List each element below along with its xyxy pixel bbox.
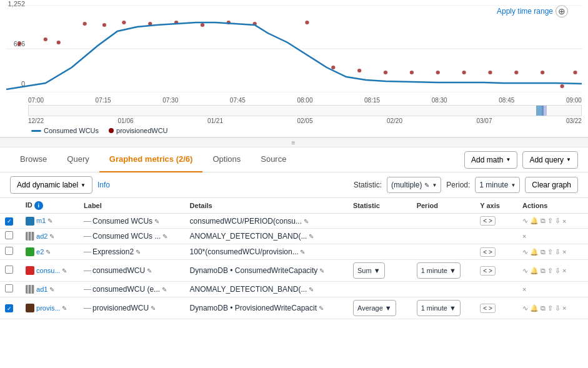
edit-label-icon[interactable]: ✎: [160, 286, 167, 293]
statistic-select[interactable]: (multiple) ✎ ▼: [387, 177, 441, 193]
arrow-down-icon[interactable]: ⇩: [555, 267, 561, 275]
row-id-cell: provis... ✎: [21, 297, 79, 319]
row-checkbox-cell[interactable]: [0, 244, 21, 260]
svg-point-18: [410, 71, 414, 74]
row-yaxis-button[interactable]: < >: [480, 247, 495, 257]
add-dynamic-label-button[interactable]: Add dynamic label ▼: [10, 176, 92, 194]
edit-id-icon[interactable]: ✎: [47, 233, 54, 240]
row-checkbox-cell[interactable]: [0, 297, 21, 319]
row-details: ANOMALY_DETECTION_BAND(...: [190, 232, 307, 241]
edit-details-icon[interactable]: ✎: [307, 233, 314, 240]
delete-icon[interactable]: ×: [522, 232, 526, 240]
row-statistic-select[interactable]: Sum ▼: [353, 262, 385, 279]
info-link[interactable]: Info: [97, 181, 110, 189]
copy-icon[interactable]: ⧉: [541, 304, 546, 312]
arrow-down-icon[interactable]: ⇩: [555, 217, 561, 225]
tab-source[interactable]: Source: [251, 147, 296, 172]
copy-icon[interactable]: ⧉: [541, 267, 546, 275]
edit-label-icon[interactable]: ✎: [152, 218, 159, 225]
row-checkbox[interactable]: [5, 284, 13, 292]
copy-icon[interactable]: ⧉: [541, 217, 546, 225]
row-id-cell: ad1 ✎: [21, 282, 79, 297]
edit-details-icon[interactable]: ✎: [307, 286, 314, 293]
edit-id-icon[interactable]: ✎: [44, 249, 51, 256]
svg-point-15: [331, 66, 335, 69]
arrow-down-icon[interactable]: ⇩: [555, 248, 561, 256]
edit-id-icon[interactable]: ✎: [61, 305, 67, 312]
col-header-details: Details: [185, 198, 348, 214]
edit-id-icon[interactable]: ✎: [47, 286, 54, 293]
edit-label-icon[interactable]: ✎: [134, 249, 141, 256]
id-info-icon[interactable]: i: [34, 201, 43, 210]
edit-details-icon[interactable]: ✎: [317, 305, 324, 312]
copy-icon[interactable]: ⧉: [541, 248, 546, 256]
row-period-select[interactable]: 1 minute ▼: [417, 300, 461, 316]
period-select[interactable]: 1 minute ▼: [475, 177, 520, 193]
row-yaxis-button[interactable]: < >: [480, 216, 495, 226]
add-math-button[interactable]: Add math ▼: [464, 151, 517, 169]
row-checkbox-cell[interactable]: [0, 282, 21, 297]
edit-details-icon[interactable]: ✎: [302, 218, 309, 225]
row-checkbox-cell[interactable]: [0, 260, 21, 282]
delete-icon[interactable]: ×: [522, 286, 526, 293]
delete-icon[interactable]: ×: [562, 248, 566, 256]
label-dash: —: [84, 266, 91, 275]
row-details: DynamoDB • ProvisionedWriteCapacit: [190, 304, 317, 312]
table-row: ad2 ✎—Consumed WCUs ... ✎ANOMALY_DETECTI…: [0, 229, 588, 244]
bell-icon[interactable]: 🔔: [530, 248, 539, 256]
col-header-statistic: Statistic: [348, 198, 412, 214]
arrow-up-icon[interactable]: ⇧: [547, 267, 553, 275]
row-yaxis-cell: [475, 229, 517, 244]
row-statistic-cell: Average ▼: [348, 297, 412, 319]
row-yaxis-button[interactable]: < >: [480, 266, 495, 276]
row-label-cell: —consumedWCU (e... ✎: [79, 282, 185, 297]
edit-label-icon[interactable]: ✎: [161, 233, 167, 240]
row-statistic-select[interactable]: Average ▼: [353, 300, 396, 316]
svg-point-6: [82, 22, 86, 26]
delete-icon[interactable]: ×: [562, 217, 566, 225]
metrics-table-container: ID i Label Details Statistic Period Y ax…: [0, 198, 588, 351]
row-checkbox[interactable]: [5, 231, 13, 239]
edit-details-icon[interactable]: ✎: [317, 267, 324, 274]
bell-icon[interactable]: 🔔: [530, 217, 539, 225]
row-actions: ∿🔔⧉⇧⇩×: [522, 267, 583, 275]
tab-graphed-metrics[interactable]: Graphed metrics (2/6): [99, 147, 203, 172]
tab-query[interactable]: Query: [57, 147, 99, 172]
row-details-cell: consumedWCU/PERIOD(consu... ✎: [185, 214, 348, 229]
row-label-cell: —Expression2 ✎: [79, 244, 185, 260]
sparkline-icon[interactable]: ∿: [522, 248, 528, 256]
edit-id-icon[interactable]: ✎: [46, 217, 52, 224]
bell-icon[interactable]: 🔔: [530, 267, 539, 275]
sparkline-icon[interactable]: ∿: [522, 217, 528, 225]
row-details: 100*(consumedWCU/provision...: [190, 247, 299, 256]
row-checkbox[interactable]: [5, 217, 13, 226]
sparkline-icon[interactable]: ∿: [522, 267, 528, 275]
arrow-up-icon[interactable]: ⇧: [547, 217, 553, 225]
arrow-up-icon[interactable]: ⇧: [547, 248, 553, 256]
arrow-up-icon[interactable]: ⇧: [547, 304, 553, 312]
row-checkbox-cell[interactable]: [0, 229, 21, 244]
bell-icon[interactable]: 🔔: [530, 304, 539, 312]
color-swatch-icon: [26, 285, 34, 294]
clear-graph-button[interactable]: Clear graph: [525, 177, 578, 193]
edit-label-icon[interactable]: ✎: [149, 305, 156, 312]
tab-options[interactable]: Options: [202, 147, 251, 172]
row-checkbox[interactable]: [5, 266, 13, 274]
add-query-button[interactable]: Add query ▼: [522, 151, 578, 169]
edit-details-icon[interactable]: ✎: [299, 249, 306, 256]
edit-id-icon[interactable]: ✎: [61, 267, 67, 274]
arrow-down-icon[interactable]: ⇩: [555, 304, 561, 312]
sparkline-icon[interactable]: ∿: [522, 304, 528, 312]
edit-label-icon[interactable]: ✎: [145, 267, 152, 274]
row-yaxis-button[interactable]: < >: [480, 304, 495, 313]
col-header-actions: Actions: [517, 198, 588, 214]
mini-timeline[interactable]: [28, 105, 582, 116]
row-actions-cell: ∿🔔⧉⇧⇩×: [517, 260, 588, 282]
row-checkbox[interactable]: [5, 304, 13, 312]
row-checkbox-cell[interactable]: [0, 214, 21, 229]
delete-icon[interactable]: ×: [562, 267, 566, 274]
tab-browse[interactable]: Browse: [10, 147, 57, 172]
row-period-select[interactable]: 1 minute ▼: [417, 262, 461, 279]
row-checkbox[interactable]: [5, 247, 13, 255]
delete-icon[interactable]: ×: [562, 304, 566, 312]
